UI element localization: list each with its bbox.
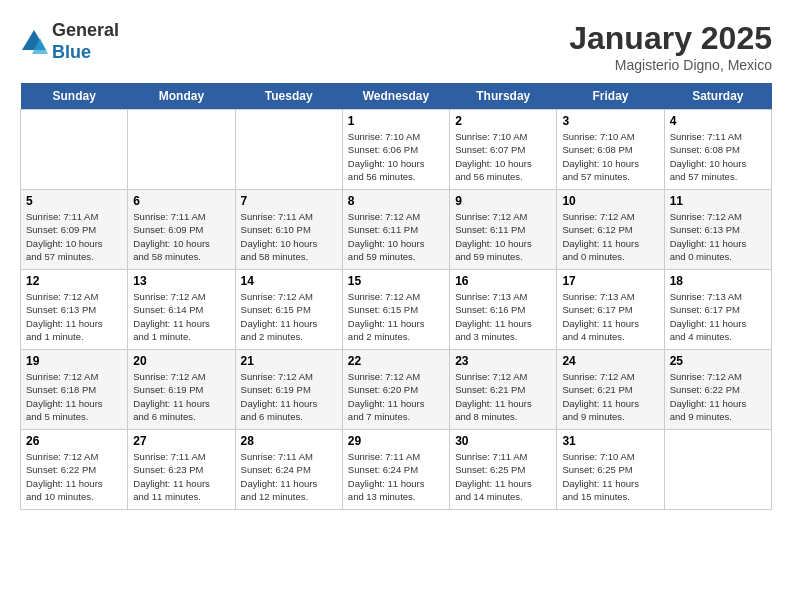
logo-icon xyxy=(20,28,48,56)
date-number: 4 xyxy=(670,114,766,128)
date-number: 20 xyxy=(133,354,229,368)
cell-info: Sunrise: 7:12 AM Sunset: 6:18 PM Dayligh… xyxy=(26,370,122,423)
calendar-cell xyxy=(664,430,771,510)
day-header-saturday: Saturday xyxy=(664,83,771,110)
cell-info: Sunrise: 7:11 AM Sunset: 6:25 PM Dayligh… xyxy=(455,450,551,503)
cell-info: Sunrise: 7:10 AM Sunset: 6:08 PM Dayligh… xyxy=(562,130,658,183)
date-number: 28 xyxy=(241,434,337,448)
date-number: 5 xyxy=(26,194,122,208)
cell-info: Sunrise: 7:12 AM Sunset: 6:13 PM Dayligh… xyxy=(26,290,122,343)
week-row-4: 19Sunrise: 7:12 AM Sunset: 6:18 PM Dayli… xyxy=(21,350,772,430)
cell-info: Sunrise: 7:11 AM Sunset: 6:24 PM Dayligh… xyxy=(241,450,337,503)
calendar-cell: 25Sunrise: 7:12 AM Sunset: 6:22 PM Dayli… xyxy=(664,350,771,430)
week-row-1: 1Sunrise: 7:10 AM Sunset: 6:06 PM Daylig… xyxy=(21,110,772,190)
logo-general: General xyxy=(52,20,119,42)
calendar-cell xyxy=(128,110,235,190)
date-number: 1 xyxy=(348,114,444,128)
calendar-cell: 24Sunrise: 7:12 AM Sunset: 6:21 PM Dayli… xyxy=(557,350,664,430)
cell-info: Sunrise: 7:10 AM Sunset: 6:07 PM Dayligh… xyxy=(455,130,551,183)
calendar-cell: 30Sunrise: 7:11 AM Sunset: 6:25 PM Dayli… xyxy=(450,430,557,510)
calendar-cell: 16Sunrise: 7:13 AM Sunset: 6:16 PM Dayli… xyxy=(450,270,557,350)
date-number: 13 xyxy=(133,274,229,288)
calendar-cell: 22Sunrise: 7:12 AM Sunset: 6:20 PM Dayli… xyxy=(342,350,449,430)
day-header-monday: Monday xyxy=(128,83,235,110)
logo-text: General Blue xyxy=(52,20,119,63)
cell-info: Sunrise: 7:11 AM Sunset: 6:23 PM Dayligh… xyxy=(133,450,229,503)
month-title: January 2025 xyxy=(569,20,772,57)
week-row-5: 26Sunrise: 7:12 AM Sunset: 6:22 PM Dayli… xyxy=(21,430,772,510)
cell-info: Sunrise: 7:12 AM Sunset: 6:15 PM Dayligh… xyxy=(348,290,444,343)
date-number: 22 xyxy=(348,354,444,368)
location-subtitle: Magisterio Digno, Mexico xyxy=(569,57,772,73)
date-number: 26 xyxy=(26,434,122,448)
calendar-cell: 15Sunrise: 7:12 AM Sunset: 6:15 PM Dayli… xyxy=(342,270,449,350)
date-number: 15 xyxy=(348,274,444,288)
calendar-cell: 12Sunrise: 7:12 AM Sunset: 6:13 PM Dayli… xyxy=(21,270,128,350)
calendar-cell xyxy=(235,110,342,190)
cell-info: Sunrise: 7:11 AM Sunset: 6:10 PM Dayligh… xyxy=(241,210,337,263)
day-header-wednesday: Wednesday xyxy=(342,83,449,110)
date-number: 29 xyxy=(348,434,444,448)
date-number: 24 xyxy=(562,354,658,368)
calendar-cell: 14Sunrise: 7:12 AM Sunset: 6:15 PM Dayli… xyxy=(235,270,342,350)
cell-info: Sunrise: 7:12 AM Sunset: 6:21 PM Dayligh… xyxy=(455,370,551,423)
calendar-cell: 6Sunrise: 7:11 AM Sunset: 6:09 PM Daylig… xyxy=(128,190,235,270)
cell-info: Sunrise: 7:12 AM Sunset: 6:19 PM Dayligh… xyxy=(241,370,337,423)
week-row-3: 12Sunrise: 7:12 AM Sunset: 6:13 PM Dayli… xyxy=(21,270,772,350)
calendar-cell: 29Sunrise: 7:11 AM Sunset: 6:24 PM Dayli… xyxy=(342,430,449,510)
calendar-cell: 31Sunrise: 7:10 AM Sunset: 6:25 PM Dayli… xyxy=(557,430,664,510)
calendar-cell: 4Sunrise: 7:11 AM Sunset: 6:08 PM Daylig… xyxy=(664,110,771,190)
calendar-cell: 26Sunrise: 7:12 AM Sunset: 6:22 PM Dayli… xyxy=(21,430,128,510)
date-number: 12 xyxy=(26,274,122,288)
calendar-cell: 21Sunrise: 7:12 AM Sunset: 6:19 PM Dayli… xyxy=(235,350,342,430)
cell-info: Sunrise: 7:12 AM Sunset: 6:20 PM Dayligh… xyxy=(348,370,444,423)
calendar-cell: 18Sunrise: 7:13 AM Sunset: 6:17 PM Dayli… xyxy=(664,270,771,350)
day-header-tuesday: Tuesday xyxy=(235,83,342,110)
cell-info: Sunrise: 7:11 AM Sunset: 6:09 PM Dayligh… xyxy=(133,210,229,263)
date-number: 14 xyxy=(241,274,337,288)
date-number: 19 xyxy=(26,354,122,368)
calendar-cell: 2Sunrise: 7:10 AM Sunset: 6:07 PM Daylig… xyxy=(450,110,557,190)
cell-info: Sunrise: 7:12 AM Sunset: 6:15 PM Dayligh… xyxy=(241,290,337,343)
title-block: January 2025 Magisterio Digno, Mexico xyxy=(569,20,772,73)
date-number: 17 xyxy=(562,274,658,288)
date-number: 23 xyxy=(455,354,551,368)
date-number: 31 xyxy=(562,434,658,448)
cell-info: Sunrise: 7:12 AM Sunset: 6:14 PM Dayligh… xyxy=(133,290,229,343)
calendar-cell: 10Sunrise: 7:12 AM Sunset: 6:12 PM Dayli… xyxy=(557,190,664,270)
calendar-cell: 28Sunrise: 7:11 AM Sunset: 6:24 PM Dayli… xyxy=(235,430,342,510)
cell-info: Sunrise: 7:10 AM Sunset: 6:25 PM Dayligh… xyxy=(562,450,658,503)
calendar-cell: 9Sunrise: 7:12 AM Sunset: 6:11 PM Daylig… xyxy=(450,190,557,270)
calendar-cell: 5Sunrise: 7:11 AM Sunset: 6:09 PM Daylig… xyxy=(21,190,128,270)
cell-info: Sunrise: 7:12 AM Sunset: 6:12 PM Dayligh… xyxy=(562,210,658,263)
day-headers-row: SundayMondayTuesdayWednesdayThursdayFrid… xyxy=(21,83,772,110)
date-number: 30 xyxy=(455,434,551,448)
date-number: 7 xyxy=(241,194,337,208)
calendar-cell: 23Sunrise: 7:12 AM Sunset: 6:21 PM Dayli… xyxy=(450,350,557,430)
cell-info: Sunrise: 7:11 AM Sunset: 6:24 PM Dayligh… xyxy=(348,450,444,503)
calendar-cell: 7Sunrise: 7:11 AM Sunset: 6:10 PM Daylig… xyxy=(235,190,342,270)
cell-info: Sunrise: 7:12 AM Sunset: 6:11 PM Dayligh… xyxy=(455,210,551,263)
day-header-friday: Friday xyxy=(557,83,664,110)
calendar-cell: 19Sunrise: 7:12 AM Sunset: 6:18 PM Dayli… xyxy=(21,350,128,430)
calendar-cell: 17Sunrise: 7:13 AM Sunset: 6:17 PM Dayli… xyxy=(557,270,664,350)
date-number: 25 xyxy=(670,354,766,368)
cell-info: Sunrise: 7:13 AM Sunset: 6:17 PM Dayligh… xyxy=(562,290,658,343)
calendar-cell: 3Sunrise: 7:10 AM Sunset: 6:08 PM Daylig… xyxy=(557,110,664,190)
cell-info: Sunrise: 7:13 AM Sunset: 6:16 PM Dayligh… xyxy=(455,290,551,343)
cell-info: Sunrise: 7:12 AM Sunset: 6:19 PM Dayligh… xyxy=(133,370,229,423)
logo-blue: Blue xyxy=(52,42,119,64)
cell-info: Sunrise: 7:12 AM Sunset: 6:11 PM Dayligh… xyxy=(348,210,444,263)
date-number: 3 xyxy=(562,114,658,128)
cell-info: Sunrise: 7:12 AM Sunset: 6:22 PM Dayligh… xyxy=(670,370,766,423)
date-number: 2 xyxy=(455,114,551,128)
calendar-cell: 11Sunrise: 7:12 AM Sunset: 6:13 PM Dayli… xyxy=(664,190,771,270)
cell-info: Sunrise: 7:13 AM Sunset: 6:17 PM Dayligh… xyxy=(670,290,766,343)
calendar-cell: 8Sunrise: 7:12 AM Sunset: 6:11 PM Daylig… xyxy=(342,190,449,270)
calendar-table: SundayMondayTuesdayWednesdayThursdayFrid… xyxy=(20,83,772,510)
calendar-cell: 13Sunrise: 7:12 AM Sunset: 6:14 PM Dayli… xyxy=(128,270,235,350)
calendar-cell: 1Sunrise: 7:10 AM Sunset: 6:06 PM Daylig… xyxy=(342,110,449,190)
date-number: 11 xyxy=(670,194,766,208)
cell-info: Sunrise: 7:12 AM Sunset: 6:13 PM Dayligh… xyxy=(670,210,766,263)
cell-info: Sunrise: 7:11 AM Sunset: 6:08 PM Dayligh… xyxy=(670,130,766,183)
